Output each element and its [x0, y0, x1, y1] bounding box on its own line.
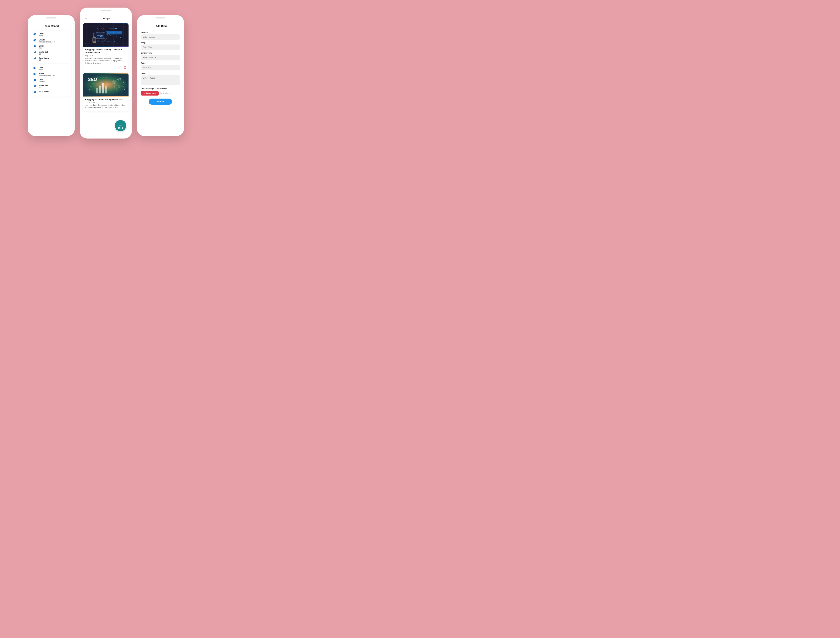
preview-image-label: Preview Image:- size:270x200 [141, 88, 180, 90]
quiz1-value: Test [39, 47, 44, 49]
quiz-row-email2: Email : john@example.com [33, 73, 69, 76]
blog-actions-1 [85, 66, 127, 70]
check-icon-1[interactable] [118, 66, 122, 69]
email2-label: Email : [39, 73, 55, 74]
quiz-row-user2: User : John [33, 66, 69, 70]
svg-point-52 [118, 85, 120, 87]
total2-label: Total Marks [39, 90, 49, 93]
svg-rect-4 [34, 58, 34, 59]
edit-icon-email1 [33, 39, 37, 43]
svg-rect-12 [35, 92, 35, 93]
quiz-icon-2 [33, 79, 37, 82]
quiz-info-user1: User : John [39, 33, 44, 37]
blogs-header: ← Blogs [81, 14, 130, 22]
edit-icon-user1 [33, 33, 37, 37]
add-blog-fab[interactable]: + Add Blog [115, 120, 126, 131]
date-input[interactable] [141, 65, 180, 70]
svg-point-61 [89, 89, 90, 90]
back-arrow-blogs[interactable]: ← [84, 17, 87, 20]
upload-row: Upload Image No file chosen. [141, 91, 180, 96]
quiz-info-email1: Email : john@example.com [39, 39, 55, 43]
svg-rect-5 [35, 58, 35, 59]
upload-image-button[interactable]: Upload Image [141, 91, 158, 96]
svg-text:SEO: SEO [88, 77, 97, 82]
edit-icon-email2 [33, 73, 37, 76]
quiz-title: Quiz Report [36, 25, 70, 27]
blogs-screen: ← Blogs [81, 14, 130, 137]
add-blog-form: Heading: Slug: Button Text: Date: Detail… [139, 32, 182, 107]
svg-rect-3 [35, 52, 35, 54]
button-text-input[interactable] [141, 55, 180, 60]
quiz-info-marks2: Marks Get 10 [39, 84, 48, 88]
quiz-row-email1: Email : john@example.com [33, 39, 69, 43]
svg-rect-10 [35, 85, 35, 87]
blog-date-1: Sep 29, 2022 [85, 55, 127, 57]
svg-rect-8 [34, 86, 34, 87]
phone-quiz: ← Quiz Report User : John [28, 15, 75, 136]
quiz-icon-1 [33, 45, 37, 49]
blog-desc-2: <p>Lorem Ipsum is simply dummy text of t… [85, 104, 127, 109]
quiz-row-marks1: Marks Get 10 [33, 51, 69, 55]
slug-label: Slug: [141, 42, 180, 44]
submit-button[interactable]: Submit [149, 99, 172, 104]
date-label: Date: [141, 62, 180, 64]
quiz-row-marks2: Marks Get 10 [33, 84, 69, 88]
total1-value: 10 [39, 59, 49, 61]
quiz-info-total2: Total Marks [39, 90, 49, 93]
trash-icon-1[interactable] [123, 66, 127, 69]
quiz-row-user1: User : John [33, 33, 69, 37]
blog-title-2: Blogging & Content Writing Masterclass [85, 98, 127, 101]
quiz-info-user2: User : John [39, 66, 44, 70]
back-arrow-add-blog[interactable]: ← [141, 24, 144, 28]
bar-icon-total2 [33, 91, 37, 95]
marks1-value: 10 [39, 53, 48, 55]
button-text-label: Button Text: [141, 52, 180, 54]
quiz-info-email2: Email : john@example.com [39, 73, 55, 76]
back-arrow-quiz[interactable]: ← [32, 24, 35, 28]
marks2-label: Marks Get [39, 84, 48, 87]
quiz2-value: subject [39, 81, 45, 82]
svg-rect-49 [102, 83, 104, 93]
quiz2-label: Quiz : [39, 78, 45, 81]
quiz-section-1: User : John Email : john@example.com [31, 31, 71, 63]
phone-add-blog: ← Add Blog Heading: Slug: Button Text: D… [137, 15, 184, 136]
svg-rect-47 [96, 88, 98, 93]
blog-image-digital: DIGITAL MARKETING [83, 23, 128, 47]
grid-overlay [83, 23, 128, 47]
svg-rect-9 [35, 85, 35, 87]
svg-point-62 [123, 82, 124, 83]
svg-point-51 [112, 80, 116, 84]
edit-icon-user2 [33, 67, 37, 70]
user2-value: John [39, 68, 44, 70]
total1-label: Total Marks [39, 57, 49, 59]
user1-value: John [39, 35, 44, 37]
add-blog-header: ← Add Blog [139, 22, 182, 29]
quiz-info-marks1: Marks Get 10 [39, 51, 48, 55]
detail-textarea[interactable] [141, 75, 180, 85]
quiz-row-quiz2: Quiz : subject [33, 78, 69, 82]
quiz-row-total2: Total Marks [33, 90, 69, 95]
quiz-info-quiz1: Quiz : Test [39, 45, 44, 49]
bar-icon-marks2 [33, 85, 37, 88]
upload-icon [143, 92, 145, 94]
svg-rect-13 [35, 91, 35, 93]
svg-rect-50 [105, 86, 107, 93]
quiz-screen: ← Quiz Report User : John [29, 22, 73, 134]
blog-content-2: Blogging & Content Writing Masterclass J… [83, 96, 128, 112]
user1-label: User : [39, 33, 44, 35]
heading-input[interactable] [141, 34, 180, 39]
phone-blogs: ← Blogs [80, 8, 132, 139]
email1-value: john@example.com [39, 41, 55, 43]
seo-svg: SEO [83, 73, 128, 96]
quiz-header: ← Quiz Report [29, 22, 73, 29]
add-blog-title: Add Blog [146, 25, 180, 27]
heading-label: Heading: [141, 32, 180, 33]
marks2-value: 10 [39, 87, 48, 88]
svg-rect-2 [35, 52, 35, 53]
blog-desc-1: <p>It is a long established fact that a … [85, 57, 127, 64]
blog-content-1: Blogging Courses, Training, Classes & Tu… [83, 47, 128, 72]
blogs-title: Blogs [89, 17, 128, 20]
blog-date-2: Jun 18, 2021 [85, 101, 127, 103]
user2-label: User : [39, 66, 44, 68]
slug-input[interactable] [141, 44, 180, 50]
